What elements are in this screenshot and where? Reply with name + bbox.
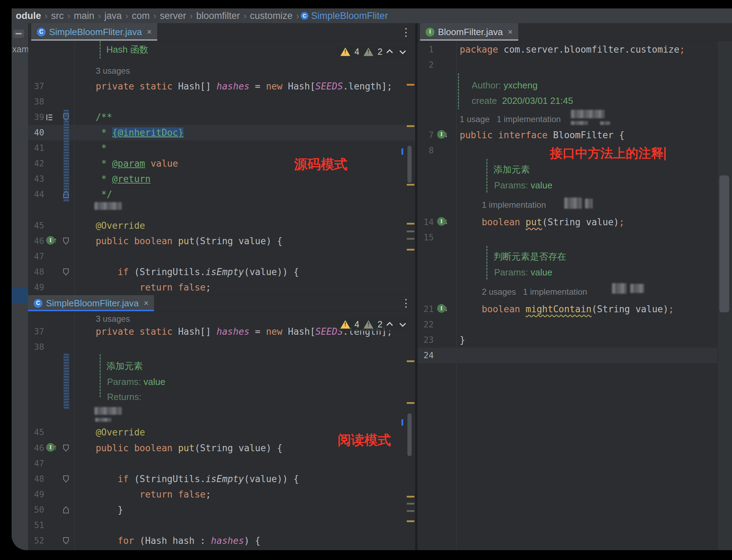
- rdoc-l-line[interactable]: Returns:: [28, 389, 415, 405]
- code-line[interactable]: 47: [28, 249, 415, 264]
- code-line[interactable]: 21I↓ boolean mightContain(String value);: [418, 301, 732, 317]
- breadcrumb-item[interactable]: java: [105, 11, 122, 21]
- fold-marker-icon[interactable]: [62, 536, 69, 546]
- error-stripe-mark[interactable]: [407, 125, 414, 127]
- code-line[interactable]: 48 if (StringUtils.isEmpty(value)) {: [28, 471, 415, 487]
- has-implementations-icon[interactable]: I↓: [437, 130, 448, 139]
- previous-issue-chevron-icon[interactable]: [386, 49, 393, 55]
- usages-inlay[interactable]: 3 usages: [96, 64, 130, 78]
- error-stripe-mark[interactable]: [407, 402, 414, 404]
- error-stripe-mark[interactable]: [407, 184, 414, 186]
- code-line[interactable]: 46I↑ public boolean put(String value) {: [28, 233, 415, 249]
- code-line[interactable]: 40 * {@inheritDoc}: [28, 125, 415, 140]
- has-implementations-icon[interactable]: I↓: [437, 217, 448, 226]
- rdoc-h-line[interactable]: 添加元素: [418, 162, 732, 177]
- code-line[interactable]: 37 private static Hash[] hashes = new Ha…: [28, 79, 415, 94]
- code-line[interactable]: 49 return false;: [28, 280, 415, 295]
- inspections-widget[interactable]: 42: [337, 318, 409, 331]
- code-line[interactable]: 1package com.server.bloomfilter.customiz…: [418, 42, 732, 57]
- code-line[interactable]: 22: [418, 317, 732, 332]
- code-line[interactable]: 52 for (Hash hash : hashes) {: [28, 533, 415, 548]
- tool-window-label[interactable]: xam: [12, 44, 28, 54]
- breadcrumb-item[interactable]: customize: [250, 11, 293, 21]
- code-line[interactable]: 49 return false;: [28, 487, 415, 502]
- code-line[interactable]: 51: [28, 518, 415, 533]
- usages-inlay[interactable]: 1 usage 1 implementation: [460, 112, 561, 127]
- tab-bloomfilter[interactable]: I BloomFilter.java ×: [420, 23, 518, 41]
- breadcrumb-active-file[interactable]: CSimpleBloomFliter: [301, 11, 388, 21]
- breadcrumb[interactable]: odule›src›main›java›com›server›bloomfilt…: [12, 8, 732, 23]
- scrollbar-thumb[interactable]: [719, 175, 729, 312]
- error-stripe-mark[interactable]: [407, 231, 414, 232]
- code-line[interactable]: 2: [418, 57, 732, 73]
- code-line[interactable]: 7I↓public interface BloomFilter {: [418, 127, 732, 143]
- breadcrumb-item[interactable]: com: [132, 11, 150, 21]
- toggle-rendered-doc-icon[interactable]: [46, 114, 52, 120]
- fold-marker-icon[interactable]: [62, 475, 69, 485]
- error-stripe-mark[interactable]: [407, 249, 414, 251]
- close-icon[interactable]: ×: [144, 298, 148, 308]
- code-line[interactable]: 15: [418, 230, 732, 245]
- fold-marker-icon[interactable]: [62, 506, 69, 515]
- error-stripe-mark[interactable]: [407, 84, 414, 86]
- rdoc-kv-line[interactable]: Author: yxcheng: [418, 78, 732, 93]
- code-line[interactable]: 38: [28, 339, 415, 355]
- rdoc-kv-line[interactable]: Params: value: [418, 265, 732, 280]
- error-stripe-mark[interactable]: [407, 496, 414, 498]
- tool-window-selection[interactable]: [12, 288, 28, 303]
- inlay-line[interactable]: 3 usages: [28, 64, 415, 79]
- breadcrumb-item[interactable]: src: [51, 11, 64, 21]
- rdoc-kv-line[interactable]: Params: value: [28, 374, 415, 389]
- previous-issue-chevron-icon[interactable]: [386, 322, 393, 328]
- code-line[interactable]: 43 * @return: [28, 171, 415, 187]
- inspections-widget[interactable]: 42: [337, 45, 409, 58]
- fold-marker-icon[interactable]: [62, 268, 69, 278]
- rdoc-kv-line[interactable]: Params: value: [418, 178, 732, 193]
- tab-simplebloomfliter-bottom[interactable]: C SimpleBloomFliter.java ×: [28, 295, 154, 311]
- error-stripe-mark[interactable]: [407, 360, 414, 362]
- code-line[interactable]: 47: [28, 456, 415, 471]
- scrollbar-thumb[interactable]: [407, 413, 412, 456]
- error-stripe-mark[interactable]: [407, 503, 414, 505]
- code-line[interactable]: 14I↓ boolean put(String value);: [418, 214, 732, 230]
- code-line[interactable]: 45 @Override: [28, 218, 415, 233]
- next-issue-chevron-icon[interactable]: [399, 48, 406, 54]
- error-stripe-mark[interactable]: [407, 223, 414, 225]
- breadcrumb-item[interactable]: main: [74, 11, 94, 21]
- error-stripe-mark[interactable]: [407, 238, 414, 240]
- usages-inlay[interactable]: 2 usages 1 implementation: [482, 285, 587, 299]
- hide-toolwindow-button[interactable]: [13, 29, 24, 38]
- split-divider[interactable]: [415, 23, 418, 550]
- has-implementations-icon[interactable]: I↓: [437, 304, 448, 313]
- breadcrumb-item[interactable]: odule: [16, 11, 41, 21]
- rdoc-h-line[interactable]: 添加元素: [28, 358, 415, 374]
- breadcrumb-item[interactable]: server: [160, 11, 186, 21]
- close-icon[interactable]: ×: [147, 27, 152, 37]
- code-line[interactable]: 50 }: [28, 502, 415, 518]
- implements-method-icon[interactable]: I↑: [46, 443, 57, 452]
- code-line[interactable]: 24: [418, 348, 717, 363]
- code-line[interactable]: 39 /**: [28, 109, 415, 125]
- editor-options-kebab-icon[interactable]: ⋮: [401, 26, 411, 38]
- usages-inlay[interactable]: 1 implementation: [482, 198, 546, 212]
- tab-simplebloomfliter-top[interactable]: C SimpleBloomFliter.java ×: [31, 23, 157, 41]
- error-stripe-mark[interactable]: [407, 510, 414, 512]
- code-line[interactable]: 38: [28, 94, 415, 109]
- code-line[interactable]: 44 */: [28, 187, 415, 202]
- breadcrumb-item[interactable]: bloomfilter: [196, 11, 240, 21]
- editor-bottom-left[interactable]: 3 usages37 private static Hash[] hashes …: [28, 312, 415, 550]
- editor-right[interactable]: 1package com.server.bloomfilter.customiz…: [418, 41, 732, 550]
- scrollbar-thumb[interactable]: [407, 146, 412, 183]
- error-stripe-mark[interactable]: [407, 520, 414, 522]
- close-icon[interactable]: ×: [508, 27, 513, 37]
- next-issue-chevron-icon[interactable]: [399, 320, 406, 327]
- editor-options-kebab-icon[interactable]: ⋮: [401, 297, 411, 309]
- code-line[interactable]: 42 * @param value: [28, 156, 415, 171]
- code-line[interactable]: 23}: [418, 332, 732, 348]
- inlay-line[interactable]: 2 usages 1 implementation: [418, 285, 732, 300]
- rdoc-h-line[interactable]: 判断元素是否存在: [418, 249, 732, 264]
- code-line[interactable]: 48 if (StringUtils.isEmpty(value)) {: [28, 264, 415, 280]
- implements-method-icon[interactable]: I↑: [46, 236, 57, 245]
- editor-top-left[interactable]: Hash 函数3 usages37 private static Hash[] …: [28, 41, 415, 295]
- fold-marker-icon[interactable]: [62, 444, 69, 454]
